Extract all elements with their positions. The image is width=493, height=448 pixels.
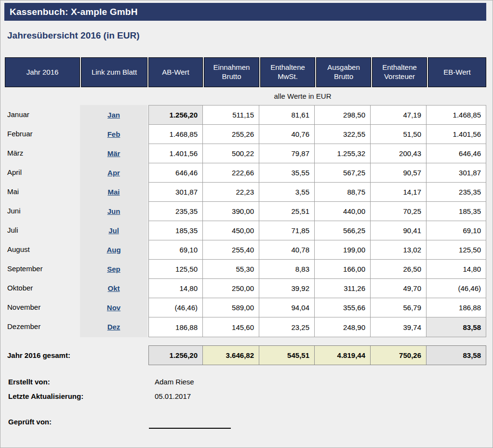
cell-okt-einnahmen: 250,00 (203, 279, 259, 298)
cell-apr-ab: 646,46 (149, 163, 203, 183)
link-row-nov: Nov (80, 298, 147, 317)
totals-label: Jahr 2016 gesamt: (7, 345, 70, 365)
month-label-aug: August (7, 240, 75, 259)
cell-nov-vorsteuer: 56,79 (371, 298, 426, 317)
total-mwst: 545,51 (259, 346, 315, 365)
app-title-bar: Kassenbuch: X-ample GmbH (4, 3, 486, 21)
month-link-aug[interactable]: Aug (107, 246, 120, 254)
cell-sep-vorsteuer: 26,50 (371, 260, 426, 279)
month-link-jun[interactable]: Jun (107, 207, 120, 215)
month-link-okt[interactable]: Okt (107, 284, 120, 292)
cell-jan-ab: 1.256,20 (149, 105, 203, 125)
month-link-feb[interactable]: Feb (107, 130, 120, 138)
cell-mai-einnahmen: 22,23 (203, 183, 259, 202)
table-header-row: Jahr 2016 Link zum Blatt AB-Wert Einnahm… (5, 57, 486, 87)
cell-jun-mwst: 25,51 (259, 202, 315, 221)
month-link-jan[interactable]: Jan (107, 111, 120, 119)
last-updated-label: Letzte Aktualisierung: (8, 392, 83, 400)
month-label-okt: Oktober (7, 278, 75, 298)
page-title: Jahresübersicht 2016 (in EUR) (7, 30, 140, 41)
month-label-nov: November (7, 298, 75, 317)
link-row-mai: Mai (80, 182, 147, 201)
month-link-nov[interactable]: Nov (107, 303, 120, 312)
cell-sep-ausgaben: 166,00 (315, 260, 371, 279)
month-link-maer[interactable]: Mär (107, 149, 120, 158)
cell-jun-eb: 185,35 (426, 202, 486, 221)
cell-mai-ab: 301,87 (149, 183, 203, 202)
link-row-jun: Jun (80, 201, 147, 221)
units-note: alle Werte in EUR (139, 92, 466, 100)
cell-sep-einnahmen: 55,30 (203, 260, 259, 279)
cell-maer-einnahmen: 500,22 (203, 144, 259, 163)
column-header-jahr: Jahr 2016 (5, 57, 80, 87)
month-label-maer: März (7, 144, 75, 163)
cell-apr-vorsteuer: 90,57 (371, 163, 426, 183)
month-label-feb: Februar (7, 124, 75, 144)
link-row-aug: Aug (80, 240, 147, 259)
cell-nov-ab: (46,46) (149, 298, 203, 317)
cell-jul-ab: 185,35 (149, 221, 203, 240)
cell-dez-eb: 83,58 (426, 317, 486, 337)
created-by-value: Adam Riese (155, 378, 194, 386)
link-row-jul: Jul (80, 221, 147, 240)
column-header-ab-wert: AB-Wert (148, 57, 203, 87)
cell-aug-mwst: 40,78 (259, 240, 315, 260)
cell-aug-einnahmen: 255,40 (203, 240, 259, 260)
cell-dez-mwst: 23,25 (259, 317, 315, 337)
cell-maer-ab: 1.401,56 (149, 144, 203, 163)
totals-row: 1.256,20 3.646,82 545,51 4.819,44 750,26… (148, 345, 486, 365)
cell-okt-ausgaben: 311,26 (315, 279, 371, 298)
month-link-sep[interactable]: Sep (107, 265, 120, 273)
total-ab-wert: 1.256,20 (149, 346, 203, 365)
total-einnahmen: 3.646,82 (203, 346, 259, 365)
cell-jul-einnahmen: 450,00 (203, 221, 259, 240)
cell-maer-vorsteuer: 200,43 (371, 144, 426, 163)
cell-dez-vorsteuer: 39,74 (371, 317, 426, 337)
month-label-mai: Mai (7, 182, 75, 201)
month-label-sep: September (7, 259, 75, 278)
cell-dez-einnahmen: 145,60 (203, 317, 259, 337)
cell-maer-eb: 646,46 (426, 144, 486, 163)
column-header-ausgaben: Ausgaben Brutto (316, 57, 371, 87)
month-label-dez: Dezember (7, 317, 75, 336)
link-row-okt: Okt (80, 278, 147, 298)
data-grid: 1.256,20511,1581,61298,5047,191.468,851.… (148, 105, 486, 337)
cell-okt-vorsteuer: 49,70 (371, 279, 426, 298)
cell-feb-mwst: 40,76 (259, 125, 315, 144)
month-link-apr[interactable]: Apr (107, 169, 120, 177)
cell-maer-mwst: 79,87 (259, 144, 315, 163)
cell-feb-ab: 1.468,85 (149, 125, 203, 144)
cell-nov-einnahmen: 589,00 (203, 298, 259, 317)
cell-maer-ausgaben: 1.255,32 (315, 144, 371, 163)
month-link-mai[interactable]: Mai (107, 188, 120, 196)
column-header-link: Link zum Blatt (81, 57, 147, 87)
cell-jun-einnahmen: 390,00 (203, 202, 259, 221)
column-header-eb-wert: EB-Wert (428, 57, 486, 87)
cell-jun-vorsteuer: 70,25 (371, 202, 426, 221)
cell-jul-vorsteuer: 90,41 (371, 221, 426, 240)
month-link-dez[interactable]: Dez (107, 323, 120, 331)
cell-feb-vorsteuer: 51,50 (371, 125, 426, 144)
cell-mai-mwst: 3,55 (259, 183, 315, 202)
month-label-jul: Juli (7, 221, 75, 240)
cell-dez-ab: 186,88 (149, 317, 203, 337)
month-label-jan: Januar (7, 105, 75, 124)
cell-jan-eb: 1.468,85 (426, 105, 486, 125)
cell-aug-vorsteuer: 13,02 (371, 240, 426, 260)
month-link-jul[interactable]: Jul (108, 226, 119, 235)
sheet-links-column: JanFebMärAprMaiJunJulAugSepOktNovDez (80, 105, 147, 337)
cell-nov-mwst: 94,04 (259, 298, 315, 317)
month-label-apr: April (7, 163, 75, 182)
link-row-sep: Sep (80, 259, 147, 278)
checked-by-label: Geprüft von: (8, 418, 52, 426)
last-updated-value: 05.01.2017 (155, 392, 191, 400)
signature-line (149, 417, 231, 429)
cell-apr-mwst: 35,55 (259, 163, 315, 183)
cell-jun-ab: 235,35 (149, 202, 203, 221)
column-header-mwst: Enthaltene MwSt. (260, 57, 315, 87)
link-row-feb: Feb (80, 124, 147, 144)
cell-jan-einnahmen: 511,15 (203, 105, 259, 125)
cell-aug-ausgaben: 199,00 (315, 240, 371, 260)
cell-mai-ausgaben: 88,75 (315, 183, 371, 202)
cell-dez-ausgaben: 248,90 (315, 317, 371, 337)
